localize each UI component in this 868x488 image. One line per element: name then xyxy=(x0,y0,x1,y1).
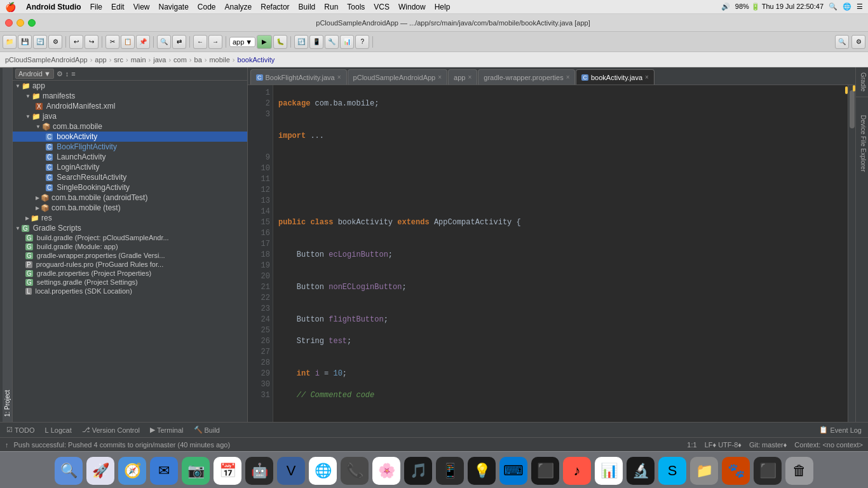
dock-activity[interactable]: 📊 xyxy=(595,457,623,485)
tab-close-btn[interactable]: × xyxy=(337,74,341,81)
vertical-scrollbar[interactable] xyxy=(848,85,855,422)
tree-item-launchactivity[interactable]: C LaunchActivity xyxy=(13,152,247,162)
search-everywhere-btn[interactable]: 🔍 xyxy=(835,35,849,49)
tree-item-com-ba-mobile[interactable]: ▼ 📦 com.ba.mobile xyxy=(13,121,247,132)
bc-project[interactable]: pCloudSampleAndroidApp xyxy=(5,56,88,64)
encoding-indicator[interactable]: LF♦ UTF-8♦ xyxy=(705,441,742,449)
tab-bookflightactivity[interactable]: C BookFlightActivity.java × xyxy=(250,69,347,85)
dock-android-studio[interactable]: 🤖 xyxy=(245,457,273,485)
todo-tab[interactable]: ☑ TODO xyxy=(3,424,39,435)
gear-icon[interactable]: ⚙ xyxy=(57,70,63,78)
device-file-explorer-tab[interactable]: Device File Explorer xyxy=(856,110,868,177)
menu-help[interactable]: Help xyxy=(435,3,451,11)
tree-item-searchresultactivity[interactable]: C SearchResultActivity xyxy=(13,172,247,182)
menu-code[interactable]: Code xyxy=(198,3,216,11)
settings-btn[interactable]: ⚙ xyxy=(48,35,62,49)
replace-btn[interactable]: ⇄ xyxy=(172,35,186,49)
tree-item-gradle-wrapper[interactable]: G gradle-wrapper.properties (Gradle Vers… xyxy=(13,251,247,260)
search-menu-icon[interactable]: 🔍 xyxy=(829,3,837,11)
bc-src[interactable]: src xyxy=(114,56,123,64)
menu-refactor[interactable]: Refactor xyxy=(261,3,289,11)
help-btn[interactable]: ? xyxy=(355,35,369,49)
tree-item-androidtest[interactable]: ▶ 📦 com.ba.mobile (androidTest) xyxy=(13,193,247,203)
tab-close-btn[interactable]: × xyxy=(566,74,570,81)
notification-icon[interactable]: ☰ xyxy=(857,3,863,11)
prof-btn[interactable]: 📊 xyxy=(340,35,354,49)
editor-content[interactable]: 1 2 3 9 10 11 12 13 14 15 16 17 18 19 20 xyxy=(248,85,855,422)
dock-music[interactable]: 🎵 xyxy=(404,457,432,485)
dock-calendar[interactable]: 📅 xyxy=(214,457,241,485)
undo-btn[interactable]: ↩ xyxy=(69,35,83,49)
run-btn[interactable]: ▶ xyxy=(257,35,272,49)
tree-item-res[interactable]: ▶ 📁 res xyxy=(13,213,247,223)
tree-item-proguard[interactable]: P proguard-rules.pro (ProGuard Rules for… xyxy=(13,260,247,269)
dock-itunes[interactable]: ♪ xyxy=(563,457,591,485)
dock-trash[interactable]: 🗑 xyxy=(785,457,813,485)
dock-android2[interactable]: 📱 xyxy=(436,457,464,485)
tree-item-gradle-properties[interactable]: G gradle.properties (Project Properties) xyxy=(13,269,247,278)
tab-gradle-wrapper[interactable]: gradle-wrapper.properties × xyxy=(478,69,575,85)
dock-mail[interactable]: ✉ xyxy=(150,457,178,485)
project-tab[interactable]: 1: Project xyxy=(3,67,12,422)
menu-run[interactable]: Run xyxy=(324,3,338,11)
tab-app[interactable]: app × xyxy=(448,69,477,85)
tab-bookactivity[interactable]: C bookActivity.java × xyxy=(576,69,654,85)
run-config-combo[interactable]: app ▼ xyxy=(229,37,255,47)
menu-view[interactable]: View xyxy=(133,3,150,11)
close-button[interactable] xyxy=(5,19,13,27)
menu-edit[interactable]: Edit xyxy=(111,3,125,11)
event-log-tab[interactable]: 📋 Event Log xyxy=(815,424,865,435)
dock-idea[interactable]: 💡 xyxy=(468,457,496,485)
terminal-tab[interactable]: ▶ Terminal xyxy=(146,424,187,435)
version-control-tab[interactable]: ⎇ Version Control xyxy=(78,424,144,435)
tree-item-java[interactable]: ▼ 📁 java xyxy=(13,111,247,121)
tree-item-settings-gradle[interactable]: G settings.gradle (Project Settings) xyxy=(13,278,247,287)
tab-pcloud[interactable]: pCloudSampleAndroidApp × xyxy=(348,69,448,85)
tree-item-gradle-scripts[interactable]: ▼ G Gradle Scripts xyxy=(13,223,247,233)
navigate-forward-btn[interactable]: → xyxy=(208,35,222,49)
tab-close-btn[interactable]: × xyxy=(645,74,649,81)
tree-item-loginactivity[interactable]: C LoginActivity xyxy=(13,162,247,172)
build-tab[interactable]: 🔨 Build xyxy=(190,424,224,435)
bc-bookactivity[interactable]: bookActivity xyxy=(238,56,275,64)
android-view-combo[interactable]: Android ▼ xyxy=(15,69,54,79)
paste-btn[interactable]: 📌 xyxy=(136,35,150,49)
maximize-button[interactable] xyxy=(28,19,36,27)
git-branch-indicator[interactable]: Git: master♦ xyxy=(749,441,787,449)
navigate-back-btn[interactable]: ← xyxy=(193,35,207,49)
open-folder-btn[interactable]: 📁 xyxy=(3,35,17,49)
tree-item-manifests[interactable]: ▼ 📁 manifests xyxy=(13,91,247,101)
apple-menu[interactable]: 🍎 xyxy=(5,2,16,12)
tree-item-build-gradle-app[interactable]: G build.gradle (Module: app) xyxy=(13,242,247,251)
dock-chrome[interactable]: 🌐 xyxy=(309,457,337,485)
tab-close-btn[interactable]: × xyxy=(468,74,471,81)
dock-facetime[interactable]: 📷 xyxy=(182,457,210,485)
tree-item-bookactivity[interactable]: C bookActivity xyxy=(13,132,247,142)
structure-tab[interactable]: 2: Structure xyxy=(0,67,3,422)
menu-window[interactable]: Window xyxy=(398,3,426,11)
minimize-button[interactable] xyxy=(17,19,24,27)
tree-item-test[interactable]: ▶ 📦 com.ba.mobile (test) xyxy=(13,203,247,213)
dock-app2[interactable]: ⬛ xyxy=(754,457,782,485)
dock-vnc[interactable]: V xyxy=(277,457,305,485)
dock-vscode[interactable]: ⌨ xyxy=(499,457,527,485)
tree-item-build-gradle-project[interactable]: G build.gradle (Project: pCloudSampleAnd… xyxy=(13,233,247,242)
dock-launchpad[interactable]: 🚀 xyxy=(86,457,114,485)
logcat-tab[interactable]: L Logcat xyxy=(41,425,76,435)
siri-icon[interactable]: 🌐 xyxy=(843,3,851,11)
debug-btn[interactable]: 🐛 xyxy=(273,35,287,49)
menu-tools[interactable]: Tools xyxy=(347,3,365,11)
scrollbar-thumb[interactable] xyxy=(850,90,855,128)
dock-safari[interactable]: 🧭 xyxy=(118,457,146,485)
menu-android-studio[interactable]: Android Studio xyxy=(26,3,81,11)
sort-icon[interactable]: ↕ xyxy=(65,70,69,78)
bc-ba[interactable]: ba xyxy=(194,56,202,64)
redo-btn[interactable]: ↪ xyxy=(85,35,98,49)
dock-app1[interactable]: 🐾 xyxy=(722,457,750,485)
collapse-icon[interactable]: ≡ xyxy=(71,70,75,78)
settings-main-btn[interactable]: ⚙ xyxy=(851,35,865,49)
cut-btn[interactable]: ✂ xyxy=(105,35,119,49)
menu-vcs[interactable]: VCS xyxy=(374,3,390,11)
tree-item-app[interactable]: ▼ 📁 app xyxy=(13,81,247,91)
menu-analyze[interactable]: Analyze xyxy=(225,3,252,11)
